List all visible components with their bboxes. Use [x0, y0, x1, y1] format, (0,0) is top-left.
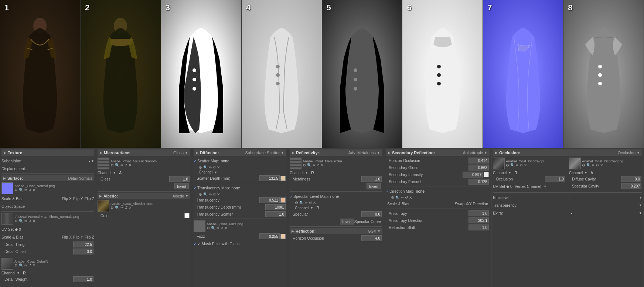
secondary-gloss-input[interactable] [468, 165, 489, 170]
reload-icon[interactable]: ↺ [28, 188, 31, 192]
reflectivity-collapse-arrow[interactable]: ▶ [292, 151, 294, 155]
reflection-collapse-icon[interactable]: ▶ [292, 229, 294, 233]
scatter-depth-input[interactable] [259, 175, 280, 181]
edit-icon-df[interactable]: ✏ [209, 165, 212, 169]
reload-icon-oc[interactable]: ↺ [520, 163, 523, 167]
edit-icon-oc[interactable]: ✏ [516, 163, 519, 167]
gear-icon-3[interactable]: ⚙ [14, 263, 18, 267]
clear-icon-fz[interactable]: ✕ [225, 226, 228, 230]
image-cell-5[interactable]: 5 [322, 0, 403, 148]
search-icon-ab[interactable]: 🔍 [115, 206, 119, 210]
clear-icon-cv[interactable]: ✕ [600, 163, 603, 167]
detail-weight-input[interactable] [73, 276, 93, 282]
edit-icon-3[interactable]: ✏ [24, 263, 27, 267]
clear-icon-2[interactable]: ✕ [33, 219, 35, 223]
reload-icon-df[interactable]: ↺ [213, 165, 216, 169]
edit-icon-2[interactable]: ✏ [24, 219, 27, 223]
detail-tiling-input[interactable] [73, 242, 93, 247]
clear-icon-df[interactable]: ✕ [217, 165, 220, 169]
anisotropy-input[interactable] [468, 210, 489, 216]
diffusion-collapse-arrow[interactable]: ▶ [196, 151, 198, 155]
reload-icon-rf2[interactable]: ↺ [309, 201, 312, 205]
gear-icon-fz[interactable]: ⚙ [207, 226, 210, 230]
gear-icon-sr[interactable]: ⚙ [391, 196, 394, 200]
gear-icon-rf[interactable]: ⚙ [303, 163, 306, 167]
specular-input[interactable] [361, 211, 382, 217]
edit-icon-sr[interactable]: ✏ [401, 196, 404, 200]
detail-offset-input[interactable] [73, 249, 93, 254]
reload-icon-3[interactable]: ↺ [28, 263, 31, 267]
clear-icon-sr[interactable]: ✕ [409, 196, 412, 200]
secondary-collapse-arrow[interactable]: ▶ [388, 151, 391, 155]
translucency-swatch[interactable] [280, 197, 286, 203]
search-icon-fz[interactable]: 🔍 [211, 226, 215, 230]
diffusion-dropdown-icon[interactable]: ▼ [281, 151, 284, 155]
edit-icon-rf2[interactable]: ✏ [305, 201, 308, 205]
occlusion-collapse-arrow[interactable]: ▶ [495, 151, 498, 155]
image-cell-7[interactable]: 7 [483, 0, 563, 148]
invert-button-rf[interactable]: Invert [367, 183, 381, 189]
horizon-occ-rf-input[interactable] [361, 235, 382, 241]
reload-icon-fz[interactable]: ↺ [221, 226, 224, 230]
gear-icon-2[interactable]: ⚙ [14, 219, 18, 223]
edit-icon-ms[interactable]: ✏ [120, 163, 123, 167]
occlusion-value-input[interactable] [545, 176, 565, 182]
specular-cavity-input[interactable] [621, 183, 641, 189]
clear-icon-df2[interactable]: ✕ [217, 192, 220, 196]
gloss-input[interactable] [169, 176, 190, 182]
search-icon-sr[interactable]: 🔍 [395, 196, 400, 200]
invert-button-specular[interactable]: Invert [340, 219, 354, 224]
secondary-fresnel-input[interactable] [468, 179, 489, 185]
gear-icon-cv[interactable]: ⚙ [582, 163, 585, 167]
search-icon-2[interactable]: 🔍 [19, 219, 23, 223]
search-icon-3[interactable]: 🔍 [19, 263, 23, 267]
translucency-input[interactable] [259, 197, 280, 203]
reload-icon-ms[interactable]: ↺ [125, 163, 127, 167]
search-icon-cv[interactable]: 🔍 [586, 163, 591, 167]
scatter-depth-swatch[interactable] [280, 176, 286, 181]
diffuse-cavity-input[interactable] [621, 176, 641, 182]
microsurface-dropdown-icon[interactable]: ▼ [185, 151, 188, 155]
secondary-intensity-input[interactable] [463, 172, 483, 178]
reflectivity-dropdown-icon[interactable]: ▼ [377, 151, 380, 155]
search-icon-rf[interactable]: 🔍 [307, 163, 311, 167]
clear-icon[interactable]: ✕ [33, 188, 35, 192]
edit-icon-cv[interactable]: ✏ [592, 163, 595, 167]
search-icon-df2[interactable]: 🔍 [203, 192, 208, 196]
reload-icon-sr[interactable]: ↺ [405, 196, 408, 200]
edit-icon-rf[interactable]: ✏ [313, 163, 316, 167]
metalness-input[interactable] [361, 176, 382, 182]
clear-icon-3[interactable]: ✕ [33, 263, 35, 267]
clear-icon-ab[interactable]: ✕ [129, 206, 132, 210]
invert-button-ms[interactable]: Invert [174, 183, 189, 189]
search-icon-oc[interactable]: 🔍 [510, 163, 515, 167]
image-cell-6[interactable]: 6 [402, 0, 483, 148]
translucency-scatter-input[interactable] [265, 211, 286, 217]
gear-icon[interactable]: ⚙ [14, 188, 18, 192]
secondary-intensity-swatch[interactable] [484, 172, 489, 177]
anisotropy-direction-input[interactable] [468, 217, 489, 223]
reload-icon-df2[interactable]: ↺ [213, 192, 216, 196]
reload-icon-2[interactable]: ↺ [28, 219, 31, 223]
fuzz-swatch[interactable] [280, 234, 286, 239]
gear-icon-df2[interactable]: ⚙ [199, 192, 202, 196]
search-icon[interactable]: 🔍 [19, 188, 23, 192]
color-swatch[interactable] [184, 213, 190, 218]
edit-icon-fz[interactable]: ✏ [217, 226, 219, 230]
search-icon-ms[interactable]: 🔍 [115, 163, 119, 167]
clear-icon-ms[interactable]: ✕ [129, 163, 132, 167]
gear-icon-rf2[interactable]: ⚙ [295, 201, 298, 205]
albedo-collapse-icon[interactable]: ▶ [99, 194, 102, 198]
gear-icon-ab[interactable]: ⚙ [110, 206, 114, 210]
edit-icon-ab[interactable]: ✏ [120, 206, 123, 210]
albedo-dropdown-icon[interactable]: ▼ [185, 194, 188, 198]
gear-icon-oc[interactable]: ⚙ [506, 163, 509, 167]
refraction-shift-input[interactable] [468, 224, 489, 230]
edit-icon[interactable]: ✏ [24, 188, 27, 192]
gear-icon-df[interactable]: ⚙ [199, 165, 202, 169]
occlusion-dropdown-icon[interactable]: ▼ [637, 151, 640, 155]
search-icon-df[interactable]: 🔍 [203, 165, 208, 169]
texture-collapse-arrow[interactable]: ▶ [4, 151, 6, 155]
reflection-dropdown-icon[interactable]: ▼ [377, 229, 381, 233]
image-cell-4[interactable]: 4 [242, 0, 322, 148]
